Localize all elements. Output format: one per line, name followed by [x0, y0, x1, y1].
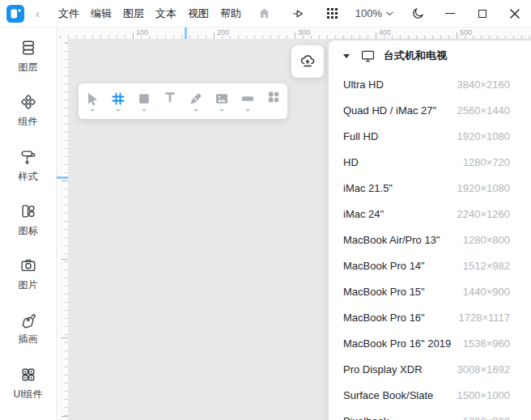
moon-icon	[411, 6, 425, 20]
device-preset-row[interactable]: Pixelbook 1200×800	[329, 408, 531, 420]
device-size: 1280×720	[463, 156, 510, 168]
home-icon	[257, 6, 271, 20]
cloud-upload-icon	[299, 53, 316, 70]
ruler-label: 300	[57, 323, 58, 335]
device-name: MacBook Pro 15"	[343, 286, 425, 298]
ruler-label: 200	[217, 28, 229, 36]
tool-dropdown-caret[interactable]	[142, 109, 147, 112]
sidebar-label: 插画	[19, 333, 38, 346]
home-button[interactable]	[253, 3, 276, 24]
device-preset-row[interactable]: Surface Book/Slate 1500×1000	[329, 382, 531, 408]
menu-layer[interactable]: 图层	[117, 2, 150, 25]
device-name: HD	[343, 156, 359, 168]
tool-dropdown-caret[interactable]	[193, 109, 198, 112]
sidebar-label: 样式	[19, 170, 38, 184]
image-tool[interactable]	[209, 83, 235, 119]
device-name: iMac 21.5"	[343, 182, 393, 194]
device-name: Full HD	[343, 130, 378, 142]
sidebar-label: 图标	[19, 224, 38, 238]
close-button[interactable]	[499, 2, 531, 26]
button-pill-icon	[240, 91, 256, 107]
frame-tool[interactable]	[105, 83, 131, 119]
device-preset-panel: 台式机和电视 Ultra HD 3840×2160 Quad HD / iMac…	[329, 40, 531, 420]
canvas-toolbar	[79, 83, 287, 119]
tool-dropdown-caret[interactable]	[219, 109, 224, 112]
sidebar-item-icons[interactable]: 图标	[6, 202, 51, 245]
ui-kit-grid-icon	[19, 366, 37, 384]
device-name: Pro Display XDR	[343, 363, 423, 375]
device-name: MacBook Pro 16" 2019	[343, 337, 451, 350]
menu-view[interactable]: 视图	[182, 2, 215, 25]
device-size: 1536×960	[463, 337, 510, 350]
sidebar-item-ui-kit[interactable]: UI组件	[6, 366, 51, 409]
tool-dropdown-caret[interactable]	[245, 109, 250, 112]
device-size: 1512×982	[463, 260, 510, 272]
tool-dropdown-caret[interactable]	[90, 109, 95, 112]
text-icon	[162, 89, 178, 105]
device-group-header[interactable]: 台式机和电视	[329, 40, 531, 71]
device-preset-row[interactable]: MacBook Pro 15" 1440×900	[329, 278, 531, 304]
move-tool[interactable]	[79, 83, 105, 119]
image-icon	[214, 91, 230, 107]
sidebar-item-components[interactable]: 组件	[6, 93, 51, 136]
pen-tool[interactable]	[183, 83, 209, 119]
sidebar-item-illustration[interactable]: 插画	[6, 311, 51, 354]
menu-file[interactable]: 文件	[53, 2, 85, 25]
zoom-value: 100%	[355, 7, 382, 19]
device-preset-row[interactable]: MacBook Air/Pro 13" 1280×800	[329, 227, 531, 252]
close-icon	[510, 9, 520, 19]
app-logo-icon[interactable]	[6, 5, 24, 23]
device-preset-row[interactable]: Pro Display XDR 3008×1692	[329, 356, 531, 382]
ruler-cursor-marker	[185, 28, 187, 39]
menu-edit[interactable]: 编辑	[85, 2, 117, 25]
sidebar-label: UI组件	[14, 388, 43, 401]
device-preset-row[interactable]: Quad HD / iMac 27" 2560×1440	[329, 97, 531, 123]
apps-button[interactable]	[321, 3, 344, 24]
sidebar-item-layers[interactable]: 图层	[6, 39, 51, 82]
device-name: MacBook Pro 16"	[343, 312, 425, 324]
device-name: MacBook Pro 14"	[343, 260, 425, 272]
present-button[interactable]	[287, 3, 310, 24]
device-preset-row[interactable]: Full HD 1920×1080	[329, 123, 531, 149]
device-name: Quad HD / iMac 27"	[343, 104, 436, 117]
device-size: 1500×1000	[457, 389, 510, 401]
device-preset-row[interactable]: Ultra HD 3840×2160	[329, 71, 531, 97]
left-sidebar: 图层 组件 样式 图标	[0, 28, 57, 420]
button-tool[interactable]	[235, 83, 261, 119]
theme-toggle-button[interactable]	[406, 3, 429, 24]
frame-grid-icon	[110, 91, 126, 107]
maximize-button[interactable]	[466, 2, 499, 26]
device-preset-row[interactable]: MacBook Pro 16" 1728×1117	[329, 304, 531, 330]
menu-help[interactable]: 帮助	[215, 2, 247, 25]
cursor-icon	[84, 91, 100, 107]
minimize-button[interactable]	[434, 2, 466, 26]
device-name: MacBook Air/Pro 13"	[343, 234, 440, 246]
horizontal-ruler: 100 200 300 400 500	[57, 28, 531, 39]
sidebar-label: 图层	[19, 61, 38, 74]
sidebar-item-images[interactable]: 图片	[6, 257, 51, 299]
device-preset-row[interactable]: iMac 21.5" 1920×1080	[329, 175, 531, 201]
back-chevron-icon[interactable]: ‹	[32, 6, 43, 21]
minimize-icon	[445, 13, 455, 14]
cloud-upload-button[interactable]	[291, 45, 324, 78]
canvas-area[interactable]: 100 200 300 400 100 200 300 400 500	[57, 28, 531, 420]
layers-icon	[19, 39, 37, 57]
device-preset-list: Ultra HD 3840×2160 Quad HD / iMac 27" 25…	[329, 71, 531, 420]
sidebar-label: 图片	[19, 278, 38, 292]
paint-roller-icon	[19, 148, 37, 166]
shape-tool[interactable]	[131, 83, 157, 119]
apps-grid-icon	[327, 8, 338, 19]
component-tool[interactable]	[261, 83, 287, 119]
text-tool[interactable]	[157, 83, 183, 119]
zoom-dropdown[interactable]: 100%	[355, 7, 393, 19]
device-preset-row[interactable]: HD 1280×720	[329, 149, 531, 175]
sidebar-item-styles[interactable]: 样式	[6, 148, 51, 191]
device-preset-row[interactable]: MacBook Pro 14" 1512×982	[329, 252, 531, 278]
device-preset-row[interactable]: iMac 24" 2240×1260	[329, 201, 531, 227]
menu-text[interactable]: 文本	[150, 2, 182, 25]
device-preset-row[interactable]: MacBook Pro 16" 2019 1536×960	[329, 330, 531, 356]
device-size: 1920×1080	[457, 130, 510, 142]
tool-dropdown-caret[interactable]	[116, 109, 121, 112]
vertical-ruler: 100 200 300 400	[57, 39, 68, 420]
component-shapes-icon	[266, 89, 282, 105]
